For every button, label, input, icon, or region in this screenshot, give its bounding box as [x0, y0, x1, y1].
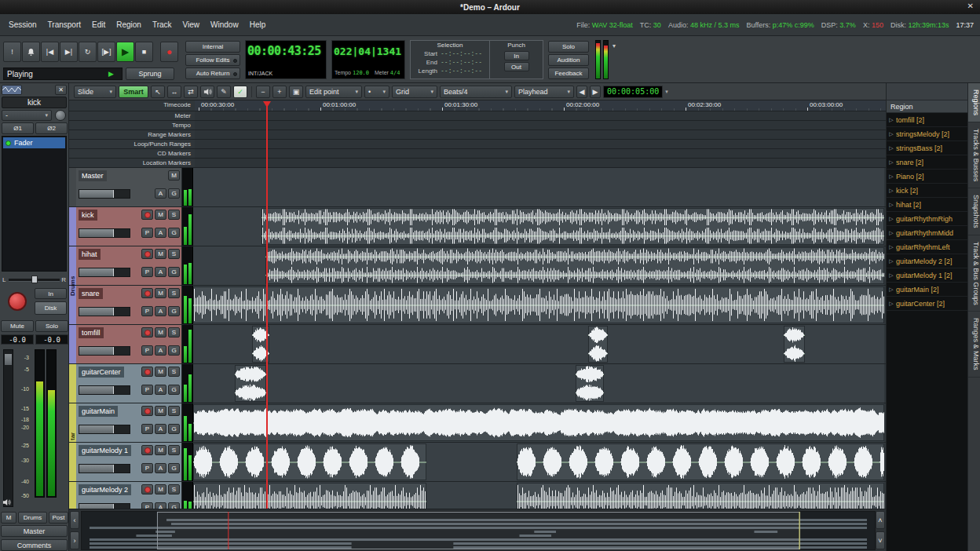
processor-box[interactable]: Fader	[2, 136, 67, 272]
solo-button[interactable]: S	[168, 445, 180, 455]
phase-invert-1-button[interactable]: Ø1	[2, 122, 34, 134]
region-list-item[interactable]: ▷guitarMain [2]	[887, 283, 967, 297]
ruler-label-range-markers[interactable]: Range Markers	[69, 130, 195, 139]
automation-button[interactable]: A	[155, 463, 166, 473]
menu-region[interactable]: Region	[111, 18, 147, 31]
play-selection-button[interactable]: [▶]	[97, 42, 115, 62]
shuttle-mode-button[interactable]: Sprung	[126, 68, 174, 80]
summary-scroll-left-button[interactable]: ‹	[70, 511, 79, 529]
region-list-item[interactable]: ▷stringsBass [2]	[887, 141, 967, 155]
loop-button[interactable]: ↻	[79, 42, 97, 62]
mute-button[interactable]: M	[155, 406, 166, 416]
menu-transport[interactable]: Transport	[42, 18, 86, 31]
track-header-guitarmain[interactable]: guitarMainMSPAG	[76, 403, 182, 442]
record-enable-button[interactable]	[141, 445, 153, 455]
window-close-button[interactable]: ✕	[967, 2, 974, 10]
automation-button[interactable]: A	[155, 306, 166, 316]
smart-mode-button[interactable]: Smart	[119, 86, 148, 98]
zoom-out-button[interactable]: −	[256, 86, 270, 98]
audition-mode-button[interactable]	[200, 86, 214, 98]
record-button[interactable]: ●	[160, 42, 178, 62]
solo-button[interactable]: S	[168, 406, 180, 416]
track-gain-fader[interactable]	[79, 385, 130, 395]
track-waveform-canvas[interactable]	[193, 403, 884, 442]
go-to-start-button[interactable]: |◀	[41, 42, 59, 62]
ruler-label-meter[interactable]: Meter	[69, 111, 195, 120]
menu-window[interactable]: Window	[205, 18, 244, 31]
pan-thumb[interactable]	[31, 276, 38, 283]
playlist-button[interactable]: P	[141, 502, 153, 509]
session-overview[interactable]	[81, 511, 876, 550]
track-waveform-canvas[interactable]	[193, 443, 884, 481]
group-button[interactable]: G	[168, 463, 180, 473]
solo-button[interactable]: S	[168, 249, 180, 259]
grab-mode-button[interactable]: ↖	[151, 86, 165, 98]
metering-point-button[interactable]: M	[1, 512, 16, 524]
track-name[interactable]: guitarMain	[79, 406, 118, 417]
ruler-meter[interactable]	[195, 111, 886, 120]
track-gain-fader[interactable]	[79, 268, 130, 277]
playlist-button[interactable]: P	[141, 228, 153, 238]
auto-return-button[interactable]: Auto Return	[185, 68, 240, 79]
track-waveform-canvas[interactable]	[193, 246, 884, 285]
side-tab-regions[interactable]: Regions	[968, 83, 980, 122]
ruler-location-markers[interactable]	[195, 159, 886, 167]
meter-value[interactable]: 4/4	[390, 70, 400, 76]
zoom-in-button[interactable]: +	[272, 86, 287, 98]
record-enable-button[interactable]	[141, 288, 153, 298]
menu-help[interactable]: Help	[244, 18, 272, 31]
group-button[interactable]: G	[168, 424, 180, 434]
ruler-label-location-markers[interactable]: Location Markers	[69, 159, 195, 167]
strip-gain-fader[interactable]	[3, 349, 13, 507]
track-gain-fader[interactable]	[79, 228, 130, 238]
shuttle-control[interactable]: Playing ▶	[3, 68, 122, 80]
menu-track[interactable]: Track	[147, 18, 177, 31]
track-gain-fader[interactable]	[79, 346, 130, 356]
group-button[interactable]: G	[168, 345, 180, 356]
ruler-label-tempo[interactable]: Tempo	[69, 121, 195, 130]
zoom-focus-combo[interactable]: Playhead▾	[514, 86, 574, 98]
grid-mode-combo[interactable]: Grid▾	[392, 86, 437, 98]
track-waveform-canvas[interactable]	[193, 482, 884, 509]
summary-scroll-up-button[interactable]: ˄	[876, 511, 885, 529]
solo-button[interactable]: S	[168, 210, 180, 220]
region-list-item[interactable]: ▷snare [2]	[887, 155, 967, 170]
phase-invert-2-button[interactable]: Ø2	[35, 122, 68, 134]
region-list-item[interactable]: ▷stringsMelody [2]	[887, 127, 967, 141]
group-button[interactable]: G	[168, 188, 180, 199]
group-button[interactable]: G	[168, 267, 180, 277]
go-to-end-button[interactable]: ▶|	[60, 42, 78, 62]
stretch-mode-button[interactable]: ⇄	[184, 86, 198, 98]
ruler-label-timecode[interactable]: Timecode	[69, 100, 195, 111]
region-list-item[interactable]: ▷tomfill [2]	[887, 113, 967, 127]
menu-view[interactable]: View	[177, 18, 206, 31]
tempo-value[interactable]: 120.0	[353, 70, 369, 76]
peak-display[interactable]: -0.0	[35, 334, 68, 345]
comments-button[interactable]: Comments	[1, 539, 68, 551]
region-list-item[interactable]: ▷guitarMelody 2 [2]	[887, 254, 967, 268]
track-name[interactable]: guitarCenter	[79, 367, 124, 378]
track-gain-fader[interactable]	[79, 503, 130, 509]
meter-position-button[interactable]: Post	[49, 512, 68, 524]
automation-button[interactable]: A	[155, 385, 166, 395]
audition-button[interactable]: Audition	[548, 54, 589, 66]
region-list-item[interactable]: ▷guitarRhythmRigh	[887, 212, 967, 226]
region-list-item[interactable]: ▷guitarRhythmMidd	[887, 226, 967, 240]
group-button[interactable]: G	[168, 228, 180, 238]
strip-mute-button[interactable]: Mute	[1, 320, 34, 332]
record-arm-button[interactable]	[5, 288, 30, 315]
track-header-guitarmelody-2[interactable]: guitarMelody 2MSPAG	[76, 482, 182, 509]
strip-input-combo[interactable]: -▾	[2, 110, 52, 121]
track-header-guitarcenter[interactable]: guitarCenterMSPAG	[76, 364, 182, 403]
ruler-loop-punch-ranges[interactable]	[195, 140, 886, 148]
track-name[interactable]: tomfill	[79, 327, 104, 338]
track-header-tomfill[interactable]: tomfillMSPAG	[76, 325, 182, 363]
track-gain-fader[interactable]	[79, 189, 130, 199]
strip-solo-button[interactable]: Solo	[35, 320, 68, 332]
ruler-timecode[interactable]: 00:00:30:0000:01:00:0000:01:30:0000:02:0…	[195, 100, 886, 111]
feedback-button[interactable]: Feedback	[548, 68, 589, 79]
record-enable-button[interactable]	[141, 249, 153, 259]
solo-global-button[interactable]: Solo	[548, 41, 589, 53]
region-list-item[interactable]: ▷hihat [2]	[887, 198, 967, 212]
grid-unit-combo[interactable]: Beats/4▾	[440, 86, 512, 98]
